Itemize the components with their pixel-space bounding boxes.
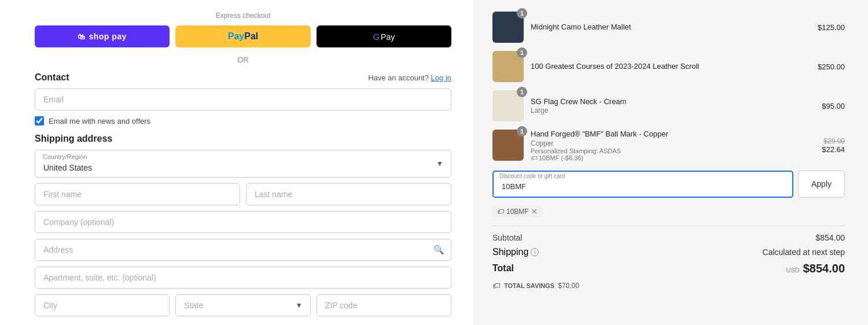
payment-buttons-row: 🛍 shop pay PayPal GPay xyxy=(35,25,451,47)
express-checkout-label: Express checkout xyxy=(35,12,451,20)
apply-discount-button[interactable]: Apply xyxy=(798,171,845,198)
subtotal-value: $854.00 xyxy=(815,233,845,242)
savings-value: $70.00 xyxy=(558,282,579,290)
item-name: Hand Forged® "BMF" Ball Mark - Copper xyxy=(531,130,815,139)
checkout-left-panel: Express checkout 🛍 shop pay PayPal GPay … xyxy=(0,0,475,325)
item-name: 100 Greatest Courses of 2023-2024 Leathe… xyxy=(531,62,811,72)
shipping-label-group: Shipping i xyxy=(492,247,539,257)
savings-label: TOTAL SAVINGS xyxy=(504,282,554,289)
item-image-wrapper: 1 xyxy=(492,51,524,82)
newsletter-label: Email me with news and offers xyxy=(49,117,150,125)
city-input[interactable] xyxy=(35,294,170,316)
order-item: 1 100 Greatest Courses of 2023-2024 Leat… xyxy=(492,51,845,82)
country-select[interactable]: United States xyxy=(35,150,451,178)
last-name-input[interactable] xyxy=(246,183,451,205)
order-item: 1 Hand Forged® "BMF" Ball Mark - Copper … xyxy=(492,130,845,161)
item-details: SG Flag Crew Neck - Cream Large xyxy=(531,97,815,115)
item-variant: Copper xyxy=(531,139,815,147)
item-details: Midnight Camo Leather Mallet xyxy=(531,23,811,32)
shipping-row: Shipping i Calculated at next step xyxy=(492,247,845,257)
applied-discount-tag: 🏷 10BMF ✕ xyxy=(492,206,542,217)
zip-input[interactable] xyxy=(317,294,451,316)
newsletter-checkbox-row: Email me with news and offers xyxy=(35,116,451,125)
name-row xyxy=(35,183,451,205)
company-wrapper xyxy=(35,211,451,233)
log-in-link[interactable]: Log in xyxy=(431,73,451,82)
remove-discount-button[interactable]: ✕ xyxy=(531,208,538,215)
email-input[interactable] xyxy=(35,88,451,110)
item-name: Midnight Camo Leather Mallet xyxy=(531,23,811,32)
shipping-value: Calculated at next step xyxy=(763,248,845,257)
item-discounted-price: $22.64 xyxy=(822,145,845,154)
item-image-wrapper: 1 xyxy=(492,12,524,43)
item-quantity-badge: 1 xyxy=(517,47,527,58)
item-price: $95.00 xyxy=(822,102,845,110)
apartment-input[interactable] xyxy=(35,267,451,289)
grand-total-row: Total USD $854.00 xyxy=(492,262,845,275)
shop-pay-icon: 🛍 xyxy=(78,32,85,41)
gpay-g-icon: GPay xyxy=(373,32,395,42)
or-divider: OR xyxy=(35,56,451,64)
totals-section: Subtotal $854.00 Shipping i Calculated a… xyxy=(492,226,845,290)
item-name: SG Flag Crew Neck - Cream xyxy=(531,97,815,107)
subtotal-label: Subtotal xyxy=(492,233,522,242)
first-name-input[interactable] xyxy=(35,183,240,205)
shop-pay-label: shop pay xyxy=(89,32,126,41)
item-variant: Large xyxy=(531,106,815,115)
item-price: $125.00 xyxy=(818,23,845,32)
applied-discount-row: 🏷 10BMF ✕ xyxy=(492,206,845,217)
address-wrapper: 🔍 xyxy=(35,239,451,261)
savings-tag-icon: 🏷 xyxy=(492,281,501,290)
newsletter-checkbox[interactable] xyxy=(35,116,44,125)
savings-row: 🏷 TOTAL SAVINGS $70.00 xyxy=(492,281,845,290)
discount-tag-text: 10BMF (-$6.36) xyxy=(539,154,583,161)
total-label: Total xyxy=(492,263,514,274)
shipping-label: Shipping xyxy=(492,247,528,257)
have-account-text: Have an account? Log in xyxy=(368,73,451,82)
company-input[interactable] xyxy=(35,211,451,233)
discount-label: Discount code or gift card xyxy=(499,173,565,179)
tag-icon: 🏷 xyxy=(497,208,504,216)
total-value: $854.00 xyxy=(803,262,845,275)
item-personalization: Personalized Stamping: ASDAS xyxy=(531,147,815,154)
contact-section-header: Contact Have an account? Log in xyxy=(35,72,451,83)
shipping-info-icon[interactable]: i xyxy=(531,248,539,256)
paypal-button[interactable]: PayPal xyxy=(175,25,310,47)
order-item: 1 SG Flag Crew Neck - Cream Large $95.00 xyxy=(492,90,845,121)
checkout-right-panel: 1 Midnight Camo Leather Mallet $125.00 1… xyxy=(475,0,868,325)
applied-discount-code: 10BMF xyxy=(506,208,529,216)
shop-pay-button[interactable]: 🛍 shop pay xyxy=(35,25,170,47)
paypal-label: PayPal xyxy=(228,31,258,42)
discount-input-wrapper: Discount code or gift card xyxy=(492,171,793,198)
item-price: $29.00 $22.64 xyxy=(822,137,845,154)
total-currency: USD xyxy=(786,267,799,274)
state-select[interactable]: State xyxy=(175,294,310,316)
apartment-wrapper xyxy=(35,267,451,289)
item-quantity-badge: 1 xyxy=(517,126,527,136)
item-price: $250.00 xyxy=(818,62,845,71)
item-original-price: $29.00 xyxy=(822,137,845,145)
gpay-button[interactable]: GPay xyxy=(317,25,451,47)
city-state-zip-row: State ▼ xyxy=(35,294,451,316)
shipping-title: Shipping address xyxy=(35,134,451,144)
item-details: 100 Greatest Courses of 2023-2024 Leathe… xyxy=(531,62,811,72)
item-quantity-badge: 1 xyxy=(517,87,527,97)
subtotal-row: Subtotal $854.00 xyxy=(492,233,845,242)
item-discount-line: 🏷 10BMF (-$6.36) xyxy=(531,154,815,161)
order-items-list: 1 Midnight Camo Leather Mallet $125.00 1… xyxy=(492,12,845,161)
state-wrapper: State ▼ xyxy=(175,294,310,316)
address-input[interactable] xyxy=(35,239,451,261)
contact-title: Contact xyxy=(35,72,69,83)
city-wrapper xyxy=(35,294,170,316)
item-image-wrapper: 1 xyxy=(492,130,524,161)
tag-icon: 🏷 xyxy=(531,154,537,161)
item-details: Hand Forged® "BMF" Ball Mark - Copper Co… xyxy=(531,130,815,161)
discount-code-row: Discount code or gift card Apply xyxy=(492,171,845,198)
last-name-wrapper xyxy=(246,183,451,205)
total-value-wrapper: USD $854.00 xyxy=(786,262,845,275)
order-item: 1 Midnight Camo Leather Mallet $125.00 xyxy=(492,12,845,43)
zip-wrapper xyxy=(317,294,451,316)
item-image-wrapper: 1 xyxy=(492,90,524,121)
first-name-wrapper xyxy=(35,183,240,205)
email-wrapper xyxy=(35,88,451,110)
